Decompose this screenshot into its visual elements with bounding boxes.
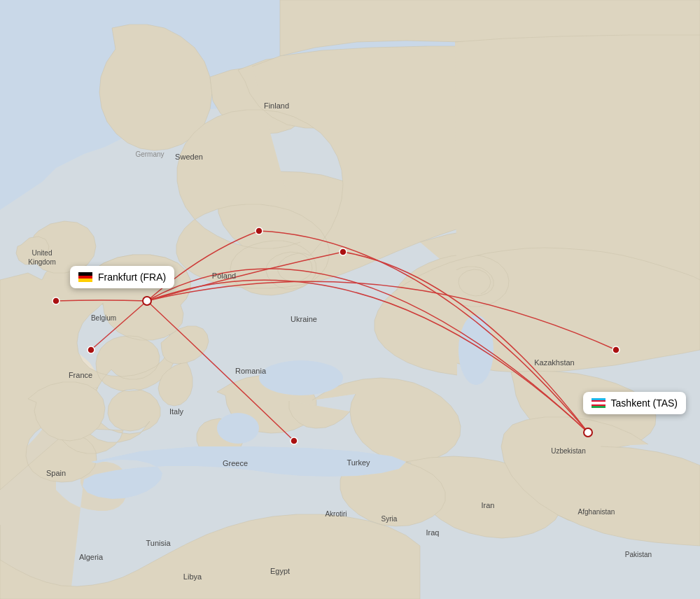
map-container: Finland Sweden United Kingdom Belgium Fr… [0,0,700,599]
label-afghanistan: Afghanistan [578,508,615,516]
label-kazakhstan: Kazakhstan [534,358,574,367]
label-sweden: Sweden [175,153,203,161]
label-uzbekistan: Uzbekistan [551,447,585,455]
svg-point-6 [290,437,298,444]
svg-point-4 [255,227,262,234]
label-uk-2: Kingdom [28,258,55,266]
label-greece: Greece [223,459,248,467]
label-germany: Germany [135,150,164,158]
svg-point-5 [340,248,346,255]
label-algeria: Algeria [79,553,104,561]
label-france: France [69,371,92,379]
svg-point-10 [143,297,151,305]
label-romania: Romania [235,367,267,375]
label-pakistan: Pakistan [625,551,652,558]
label-spain: Spain [46,469,66,477]
frankfurt-label: Frankfurt (FRA) [98,272,166,283]
label-turkey: Turkey [346,458,370,467]
label-iraq: Iraq [426,528,440,537]
svg-point-9 [612,346,620,353]
label-egypt: Egypt [270,567,290,575]
label-libya: Libya [183,572,202,581]
frankfurt-tooltip: Frankfurt (FRA) [70,266,174,288]
label-belgium: Belgium [91,314,116,322]
label-akrotiri: Akrotiri [325,510,346,518]
svg-point-11 [584,428,592,437]
label-poland: Poland [212,272,236,280]
label-ukraine: Ukraine [290,315,317,323]
label-tunisia: Tunisia [146,539,171,547]
flag-germany [78,272,92,282]
tashkent-label: Tashkent (TAS) [611,397,678,409]
label-finland: Finland [264,101,289,110]
svg-point-7 [52,297,59,304]
svg-point-2 [259,360,343,395]
label-syria: Syria [382,515,398,523]
svg-point-3 [217,413,259,444]
flag-uzbekistan [592,398,606,408]
label-italy: Italy [169,407,184,416]
label-uk-1: United [32,249,52,257]
tashkent-tooltip: Tashkent (TAS) [583,392,686,414]
svg-point-8 [88,346,94,353]
label-iran: Iran [482,501,495,509]
